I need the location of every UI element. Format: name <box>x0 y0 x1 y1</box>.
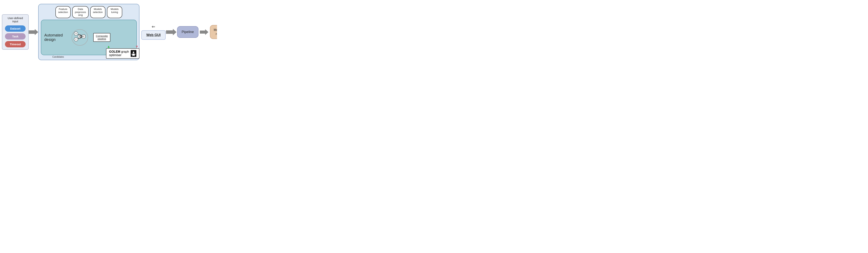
web-gui-box: Web GUI <box>142 30 166 40</box>
double-arrow-icon: ⇐ <box>152 24 155 29</box>
svg-text:D: D <box>83 35 84 38</box>
user-input-box: User-defined input Dataset Task Timeout <box>2 14 29 50</box>
golem-section: ▲ ▼ GOLEMGOLEM graph optimiser graph opt… <box>106 45 140 59</box>
svg-marker-26 <box>200 29 208 35</box>
pipeline-label: Pipeline <box>182 30 194 34</box>
golem-up-arrow: ▲ <box>107 45 111 48</box>
automated-design-label: Automated design <box>44 33 67 42</box>
web-gui-section: ⇐ Web GUI <box>142 24 166 40</box>
composite-pipeline-label: Composite pipeline <box>96 35 108 40</box>
modelling-label: Modelling results <box>214 28 217 35</box>
golem-icon <box>131 50 136 57</box>
svg-point-19 <box>133 52 134 53</box>
main-box-wrapper: Feature selection Data preproces sing Mo… <box>38 4 140 60</box>
graph-svg: A C B D <box>70 29 89 46</box>
svg-text:C: C <box>75 38 76 40</box>
candidates-label: Candidates <box>52 56 64 58</box>
golem-down-arrow: ▼ <box>135 45 139 48</box>
option-feature-selection: Feature selection <box>55 6 71 18</box>
top-options-row: Feature selection Data preproces sing Mo… <box>41 6 137 18</box>
pipeline-pill: Pipeline <box>177 26 198 38</box>
golem-label: GOLEMGOLEM graph optimiser graph optimis… <box>109 50 129 57</box>
arrow-to-modelling <box>198 29 210 35</box>
diagram: User-defined input Dataset Task Timeout … <box>0 0 217 63</box>
timeout-pill: Timeout <box>5 41 26 48</box>
svg-text:A: A <box>75 33 77 35</box>
svg-text:B: B <box>79 35 81 38</box>
option-data-preprocessing: Data preproces sing <box>72 6 89 18</box>
golem-svg <box>131 51 136 56</box>
arrow-to-pipeline <box>166 28 177 36</box>
web-gui-label: Web GUI <box>146 33 161 37</box>
composite-pipeline-box: Composite pipeline <box>93 33 111 42</box>
option-models-selection: Models selection <box>90 6 105 18</box>
task-pill: Task <box>5 33 26 39</box>
dataset-pill: Dataset <box>5 25 26 32</box>
svg-marker-25 <box>166 29 177 35</box>
svg-marker-0 <box>29 29 38 35</box>
golem-box: GOLEMGOLEM graph optimiser graph optimis… <box>106 48 140 59</box>
arrow-input-to-main <box>29 29 38 35</box>
option-models-tuning: Models tuning <box>107 6 122 18</box>
user-input-title: User-defined input <box>5 17 26 23</box>
graph-container: A C B D <box>70 29 89 46</box>
modelling-results-box: Modelling results <box>210 25 217 39</box>
